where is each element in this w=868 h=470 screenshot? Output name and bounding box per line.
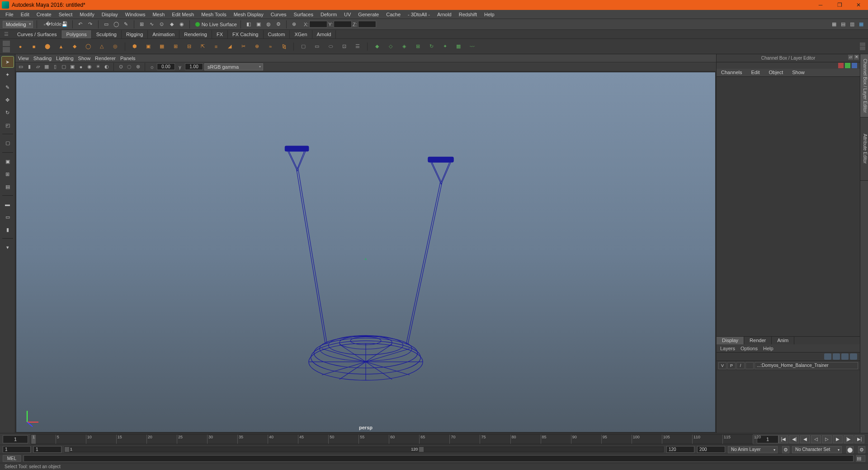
snap-point-icon[interactable]: ⊙ xyxy=(158,20,166,28)
panel-close-icon[interactable]: ✕ xyxy=(854,55,859,60)
bool-diff-icon[interactable]: ◇ xyxy=(385,41,396,52)
poly-sphere-icon[interactable]: ● xyxy=(14,41,26,52)
layer-tab-anim[interactable]: Anim xyxy=(772,337,794,344)
range-end-inner[interactable]: 120 xyxy=(666,446,694,453)
shelf-tab-animation[interactable]: Animation xyxy=(148,30,179,38)
sculpt-icon[interactable]: ✦ xyxy=(439,41,451,52)
layout3-icon[interactable]: ▮ xyxy=(1,224,14,235)
coord-y-input[interactable] xyxy=(334,21,352,28)
time-start-field[interactable]: 1 xyxy=(3,435,28,443)
select-tool[interactable]: ➤ xyxy=(1,56,14,68)
poly-svg-icon[interactable]: ▦ xyxy=(156,41,168,52)
shelf-tab-arnold[interactable]: Arnold xyxy=(312,30,336,38)
layer-color-swatch[interactable] xyxy=(745,362,754,369)
panel-menu-show[interactable]: Show xyxy=(78,56,91,61)
shelf-tab-sculpting[interactable]: Sculpting xyxy=(92,30,122,38)
layer-display-type[interactable]: / xyxy=(736,362,745,369)
outliner-icon[interactable]: ☰ xyxy=(352,41,363,52)
bookmark-icon[interactable]: ▮ xyxy=(26,63,33,70)
smooth-icon[interactable]: ≈ xyxy=(264,41,276,52)
side-tab-channelbox[interactable]: Channel Box / Layer Editor xyxy=(860,54,868,118)
layer-vis-toggle[interactable]: V xyxy=(718,362,726,369)
snap-live-icon[interactable]: ◉ xyxy=(178,20,186,28)
range-slider[interactable]: 1 120 xyxy=(64,446,664,452)
shelf-tab-xgen[interactable]: XGen xyxy=(290,30,312,38)
range-end-outer[interactable]: 200 xyxy=(697,446,725,453)
poly-pyramid-icon[interactable]: △ xyxy=(96,41,108,52)
bool-inter-icon[interactable]: ◈ xyxy=(398,41,410,52)
menu-surfaces[interactable]: Surfaces xyxy=(290,11,317,18)
channelbox-toggle-icon[interactable]: ▦ xyxy=(857,20,865,28)
gate-mask-icon[interactable]: ▢ xyxy=(60,63,67,70)
coord-x-input[interactable] xyxy=(309,21,327,28)
menu-edit-mesh[interactable]: Edit Mesh xyxy=(168,11,198,18)
gamma-icon[interactable]: γ xyxy=(176,63,184,70)
step-back-key-icon[interactable]: ◀| xyxy=(789,435,799,443)
channelbox-menu-object[interactable]: Object xyxy=(764,69,788,76)
undo-icon[interactable]: ↶ xyxy=(76,20,85,28)
character-set-combo[interactable]: No Character Set xyxy=(792,446,842,453)
modeling-toolkit-icon[interactable]: ▦ xyxy=(830,20,838,28)
ipr-icon[interactable]: ◍ xyxy=(264,20,273,28)
layer-row[interactable]: V P / ...:Domyos_Home_Balance_Trainer xyxy=(717,361,860,370)
layer-name[interactable]: ...:Domyos_Home_Balance_Trainer xyxy=(755,362,858,369)
lasso-tool[interactable]: ✦ xyxy=(1,69,14,80)
menu-select[interactable]: Select xyxy=(55,11,76,18)
range-start-inner[interactable]: 1 xyxy=(33,446,61,453)
poly-cone-icon[interactable]: ▲ xyxy=(55,41,67,52)
live-surface-toggle[interactable]: No Live Surface xyxy=(195,22,237,27)
xray-icon[interactable]: ◌ xyxy=(126,63,133,70)
cb-mode1-icon[interactable] xyxy=(838,63,844,68)
grid-icon[interactable]: ▦ xyxy=(43,63,50,70)
mirror-icon[interactable]: ⧎ xyxy=(278,41,290,52)
shelf-tab-polygons[interactable]: Polygons xyxy=(61,30,91,38)
panel-menu-view[interactable]: View xyxy=(18,56,29,61)
menu-mesh[interactable]: Mesh xyxy=(149,11,168,18)
menu-mesh-tools[interactable]: Mesh Tools xyxy=(198,11,230,18)
step-fwd-icon[interactable]: ▶ xyxy=(833,435,843,443)
range-thumb-right[interactable] xyxy=(419,447,424,452)
poly-torus-icon[interactable]: ◯ xyxy=(82,41,94,52)
layer-down-icon[interactable] xyxy=(841,353,849,360)
last-tool[interactable]: ▢ xyxy=(1,137,14,149)
rotate-tool[interactable]: ↻ xyxy=(1,107,14,118)
panel-undock-icon[interactable]: ▱ xyxy=(848,55,853,60)
menu-help[interactable]: Help xyxy=(481,11,498,18)
open-scene-icon[interactable]: �folder xyxy=(51,20,59,28)
lights-icon[interactable]: ☀ xyxy=(94,63,102,70)
channelbox-menu-edit[interactable]: Edit xyxy=(746,69,764,76)
poly-cube-icon[interactable]: ■ xyxy=(28,41,40,52)
uvedit-icon[interactable]: ▢ xyxy=(297,41,309,52)
poly-plane-icon[interactable]: ◆ xyxy=(69,41,80,52)
layer-up-icon[interactable] xyxy=(833,353,840,360)
render-icon[interactable]: ▣ xyxy=(255,20,263,28)
anim-prefs-icon[interactable]: ⚙ xyxy=(782,446,789,453)
maximize-button[interactable]: ❐ xyxy=(830,0,849,10)
go-start-icon[interactable]: |◀ xyxy=(778,435,788,443)
exposure-icon[interactable]: ☼ xyxy=(148,63,156,70)
crease-icon[interactable]: ↻ xyxy=(425,41,437,52)
side-tab-attribute-editor[interactable]: Attribute Editor xyxy=(860,118,868,181)
wireframe-icon[interactable]: ▣ xyxy=(69,63,76,70)
workspace-selector[interactable]: Modeling xyxy=(3,21,33,28)
anim-layer-combo[interactable]: No Anim Layer xyxy=(728,446,778,453)
shelf-tab-curves-surfaces[interactable]: Curves / Surfaces xyxy=(13,30,61,38)
layer-tab-render[interactable]: Render xyxy=(744,337,772,344)
prefs-icon[interactable]: ⚙ xyxy=(858,446,865,453)
film-gate-icon[interactable]: ▯ xyxy=(52,63,59,70)
layer-menu-help[interactable]: Help xyxy=(763,346,774,351)
step-fwd-key-icon[interactable]: |▶ xyxy=(844,435,854,443)
snap-plane-icon[interactable]: ◆ xyxy=(168,20,176,28)
range-start-outer[interactable]: 1 xyxy=(3,446,31,453)
play-fwd-icon[interactable]: ▷ xyxy=(822,435,832,443)
single-view-icon[interactable]: ▣ xyxy=(1,155,14,167)
menu-cache[interactable]: Cache xyxy=(382,11,404,18)
channel-box-area[interactable] xyxy=(717,77,860,336)
retopo-icon[interactable]: 〰 xyxy=(466,41,478,52)
four-view-icon[interactable]: ⊞ xyxy=(1,168,14,180)
image-plane-icon[interactable]: ▱ xyxy=(34,63,42,70)
shaded-icon[interactable]: ● xyxy=(77,63,85,70)
cylindrical-icon[interactable]: ⬭ xyxy=(325,41,336,52)
poly-cylinder-icon[interactable]: ⬤ xyxy=(42,41,53,52)
menu-file[interactable]: File xyxy=(2,11,17,18)
